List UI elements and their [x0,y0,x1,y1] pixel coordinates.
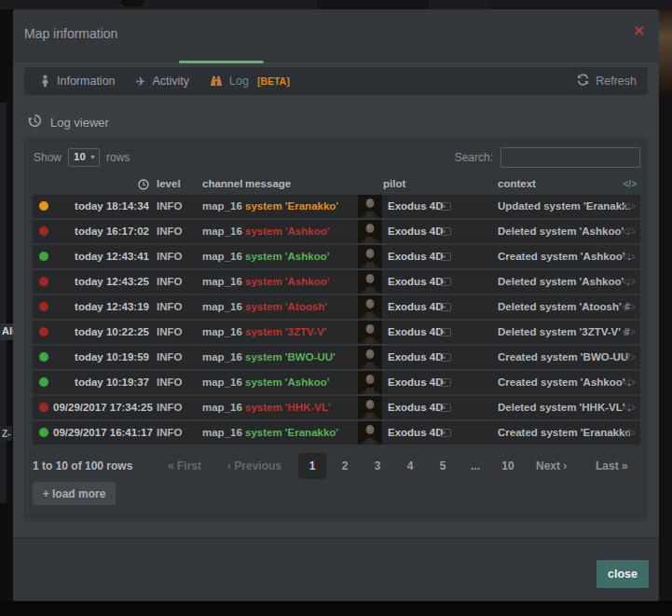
background-right-strip [659,9,672,601]
column-header-level[interactable]: level [157,178,181,189]
table-row[interactable]: today 10:22:25 INFO map_16 system '3ZTV-… [33,321,640,344]
clock-icon[interactable] [138,179,149,192]
row-level: INFO [157,295,182,319]
row-context: Deleted system 'HHK-VL' ... [498,396,630,419]
table-row[interactable]: today 12:43:19 INFO map_16 system 'Atoos… [33,295,640,319]
tab-log[interactable]: Log [BETA] [199,67,300,95]
pagination: 1 to 10 of 100 rows « First ‹ Previous N… [33,453,640,479]
id-card-icon [440,303,451,311]
left-arrow-icon: ‹ [227,459,231,472]
row-channel: map_16 [202,270,242,294]
log-tab-content: Log viewer Show 10 ▼ rows Search: [13,95,659,538]
row-channel: map_16 [202,295,242,319]
code-icon[interactable]: </> [623,220,636,243]
dialog-close-icon[interactable]: × [634,21,644,39]
pilot-avatar [358,220,382,243]
background-bottom-strip [0,601,672,616]
row-level: INFO [157,220,182,243]
row-pilot: Exodus 4D [388,245,443,268]
search-input[interactable] [501,147,640,168]
pagination-last-button[interactable]: Last » [596,459,628,472]
row-time: today 10:19:37 [53,371,149,394]
code-icon[interactable]: </> [623,371,636,394]
column-header-context[interactable]: context [498,178,536,189]
pagination-next-label: Next [536,459,560,472]
table-row[interactable]: 09/29/2017 17:34:25 INFO map_16 system '… [33,396,640,419]
row-channel: map_16 [202,371,242,394]
row-message: system 'HHK-VL' [245,396,331,419]
column-header-pilot[interactable]: pilot [383,178,405,189]
pagination-page-10[interactable]: 10 [494,453,522,479]
code-icon[interactable]: </> [623,270,636,294]
status-dot [39,403,48,412]
code-icon[interactable]: </> [623,321,636,344]
code-icon[interactable]: </> [623,346,636,369]
row-context: Created system 'Ashkoo' ... [498,245,630,268]
table-row[interactable]: today 10:19:37 INFO map_16 system 'Ashko… [33,371,640,394]
id-card-icon [440,353,451,362]
column-header-message[interactable]: message [245,178,291,189]
pagination-last-label: Last [596,459,619,472]
code-icon[interactable]: </> [623,295,636,319]
row-message: system 'Ashkoo' [245,220,329,243]
pagination-page-3[interactable]: 3 [363,453,391,479]
tab-information[interactable]: Information [30,67,126,95]
code-icon[interactable]: </> [623,421,636,445]
background-portrait-sliver [659,9,672,98]
refresh-button[interactable]: Refresh [577,74,637,89]
status-dot [39,302,48,311]
code-icon[interactable]: </> [623,245,636,268]
pagination-page-5[interactable]: 5 [429,453,457,479]
row-time: today 10:19:59 [53,346,149,369]
background-artifact [121,0,144,7]
background-topbar [0,0,672,9]
pilot-avatar [358,421,382,445]
table-row[interactable]: today 16:17:02 INFO map_16 system 'Ashko… [33,220,640,243]
code-icon[interactable]: </> [624,179,637,189]
row-time: 09/29/2017 16:41:17 [53,421,149,445]
row-time: 09/29/2017 17:34:25 [53,396,149,419]
row-context: Created system 'Ashkoo' ... [498,371,630,394]
tab-bar: Information ✈ Activity Log [BETA] Refres… [24,67,648,95]
pagination-page-...[interactable]: ... [461,453,489,479]
row-message: system '3ZTV-V' [245,321,326,344]
pagination-next-button[interactable]: Next › [536,459,567,472]
tab-activity[interactable]: ✈ Activity [126,67,200,95]
beta-badge: [BETA] [257,75,290,87]
background-artifact [317,0,429,9]
row-level: INFO [157,270,182,294]
row-time: today 16:17:02 [53,220,149,243]
code-icon[interactable]: </> [623,195,636,218]
search-label: Search: [455,151,493,164]
pagination-first-button[interactable]: « First [168,459,201,472]
table-row[interactable]: today 18:14:34 INFO map_16 system 'Erana… [33,195,640,218]
row-time: today 18:14:34 [53,195,149,218]
log-viewer-heading: Log viewer [28,114,109,130]
table-row[interactable]: today 10:19:59 INFO map_16 system 'BWO-U… [33,346,640,369]
pagination-page-1[interactable]: 1 [298,453,326,479]
id-card-icon [440,429,451,437]
progress-indicator [179,61,264,63]
status-dot [39,352,48,362]
table-row[interactable]: 09/29/2017 16:41:17 INFO map_16 system '… [33,421,640,445]
load-more-button[interactable]: + load more [33,482,116,505]
row-message: system 'Ashkoo' [245,371,329,394]
row-pilot: Exodus 4D [388,371,443,394]
row-pilot: Exodus 4D [388,195,443,218]
pagination-summary: 1 to 10 of 100 rows [33,459,132,472]
pagination-previous-button[interactable]: ‹ Previous [227,459,281,472]
row-level: INFO [157,396,182,419]
column-header-channel[interactable]: channel [202,178,242,189]
table-row[interactable]: today 12:43:25 INFO map_16 system 'Ashko… [33,270,640,294]
code-icon[interactable]: </> [623,396,636,419]
screen: Ali Z- Map information × Information ✈ A… [0,0,672,616]
pagination-page-4[interactable]: 4 [396,453,424,479]
page-size-select[interactable]: 10 ▼ [68,148,100,167]
close-button[interactable]: close [597,560,649,588]
pagination-page-2[interactable]: 2 [331,453,359,479]
map-information-dialog: Map information × Information ✈ Activity… [13,9,659,601]
row-message: system 'Atoosh' [245,295,327,319]
table-row[interactable]: today 12:43:41 INFO map_16 system 'Ashko… [33,245,640,268]
row-time: today 12:43:41 [53,245,149,268]
row-message: system 'Eranakko' [245,421,338,445]
